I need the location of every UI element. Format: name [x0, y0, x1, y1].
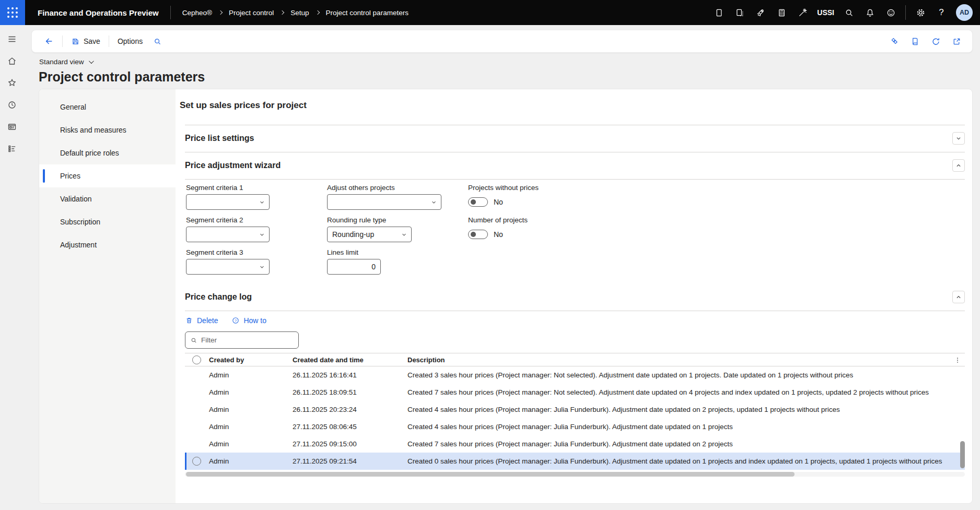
- row-radio[interactable]: [192, 457, 201, 466]
- breadcrumb-item[interactable]: Cepheo®: [182, 9, 212, 17]
- home-icon[interactable]: [0, 50, 24, 72]
- chevron-down-icon: [259, 199, 265, 206]
- table-row[interactable]: Admin 26.11.2025 20:23:24 Created 4 sale…: [185, 401, 965, 418]
- modules-list-icon[interactable]: [0, 138, 24, 160]
- guide-icon[interactable]: [885, 33, 902, 49]
- save-label: Save: [84, 37, 100, 45]
- filter-search-icon: [190, 337, 197, 344]
- chevron-down-icon: [955, 135, 962, 142]
- calculator-icon[interactable]: [771, 0, 792, 25]
- app-title[interactable]: Finance and Operations Preview: [38, 8, 159, 17]
- breadcrumb-item[interactable]: Setup: [290, 9, 309, 17]
- chevron-down-icon: [259, 231, 265, 238]
- app-launcher-button[interactable]: [0, 0, 25, 25]
- save-button[interactable]: Save: [66, 33, 106, 49]
- section-title: Price change log: [185, 292, 252, 302]
- collapse-section-button[interactable]: [952, 159, 965, 172]
- open-in-new-window-icon[interactable]: [948, 33, 965, 49]
- menu-item[interactable]: Validation: [39, 187, 176, 210]
- segment-criteria-1-dropdown[interactable]: [186, 194, 270, 210]
- menu-item[interactable]: Default price roles: [39, 141, 176, 164]
- chevron-right-icon: [315, 10, 319, 15]
- menu-item[interactable]: Adjustment: [39, 233, 176, 256]
- chevron-down-icon: [430, 199, 437, 206]
- refresh-icon[interactable]: [927, 33, 944, 49]
- cell-description: Created 7 sales hour prices (Project man…: [407, 388, 965, 396]
- grid-header: Created by Created date and time Descrip…: [185, 353, 965, 366]
- menu-item-label: Default price roles: [60, 149, 119, 157]
- segment-criteria-2-dropdown[interactable]: [186, 227, 270, 242]
- how-to-label: How to: [243, 316, 266, 325]
- search-icon[interactable]: [838, 0, 859, 25]
- collapse-section-button[interactable]: [952, 291, 965, 303]
- breadcrumb-item[interactable]: Project control parameters: [326, 9, 409, 17]
- task-recorder-book-icon[interactable]: [906, 33, 923, 49]
- delete-button[interactable]: Delete: [185, 316, 218, 325]
- column-header-created-date[interactable]: Created date and time: [293, 356, 407, 364]
- cell-created-by: Admin: [209, 406, 293, 413]
- adjust-others-projects-dropdown[interactable]: [327, 194, 441, 210]
- settings-gear-icon[interactable]: [910, 0, 931, 25]
- cell-created-by: Admin: [209, 371, 293, 379]
- column-options-icon[interactable]: [952, 355, 963, 365]
- menu-item[interactable]: Risks and measures: [39, 118, 176, 141]
- menu-item-label: Validation: [60, 195, 91, 203]
- column-header-created-by[interactable]: Created by: [209, 356, 293, 364]
- filter-input[interactable]: [201, 336, 294, 344]
- action-pane: Save Options: [31, 30, 973, 53]
- menu-item[interactable]: Prices: [39, 164, 176, 187]
- table-row[interactable]: Admin 27.11.2025 09:21:54 Created 0 sale…: [185, 453, 965, 470]
- chevron-right-icon: [280, 10, 284, 15]
- projects-without-prices-toggle[interactable]: [468, 197, 488, 207]
- cell-created-by: Admin: [209, 457, 293, 465]
- wizard-form: Segment criteria 1 Segment criteria 2 Se…: [185, 180, 965, 284]
- price-change-log-grid: Created by Created date and time Descrip…: [185, 353, 965, 477]
- chevron-up-icon: [955, 162, 962, 169]
- expand-section-button[interactable]: [952, 132, 965, 145]
- vertical-scrollbar-thumb[interactable]: [960, 441, 965, 468]
- back-button[interactable]: [39, 33, 59, 49]
- menu-item[interactable]: Subscription: [39, 210, 176, 233]
- magic-wand-icon[interactable]: [792, 0, 813, 25]
- workspaces-icon[interactable]: [0, 116, 24, 138]
- rounding-rule-type-dropdown[interactable]: Rounding-up: [327, 227, 412, 242]
- cell-description: Created 4 sales hour prices (Project man…: [407, 423, 965, 431]
- cell-description: Created 0 sales hour prices (Project man…: [407, 457, 965, 465]
- cell-created-date: 26.11.2025 20:23:24: [293, 406, 407, 413]
- feedback-smiley-icon[interactable]: [880, 0, 901, 25]
- view-selector[interactable]: Standard view: [39, 58, 92, 66]
- menu-item-label: Risks and measures: [60, 126, 126, 134]
- segment-criteria-3-dropdown[interactable]: [186, 259, 270, 275]
- monitor-icon[interactable]: [708, 0, 729, 25]
- lines-limit-input[interactable]: [327, 259, 381, 275]
- options-button[interactable]: Options: [112, 33, 148, 49]
- avatar[interactable]: AD: [956, 4, 973, 21]
- rocket-icon[interactable]: [750, 0, 771, 25]
- favorites-star-icon[interactable]: [0, 72, 24, 94]
- number-of-projects-toggle[interactable]: [468, 230, 488, 239]
- table-row[interactable]: Admin 27.11.2025 08:06:45 Created 4 sale…: [185, 418, 965, 435]
- toggle-knob: [471, 199, 476, 205]
- menu-item[interactable]: General: [39, 96, 176, 118]
- toggle-value: No: [494, 230, 503, 239]
- cell-created-date: 27.11.2025 09:15:00: [293, 440, 407, 448]
- environment-label[interactable]: USSI: [817, 8, 834, 17]
- menu-hamburger-icon[interactable]: [0, 28, 24, 50]
- device-sync-icon[interactable]: [729, 0, 750, 25]
- help-icon[interactable]: ?: [931, 0, 952, 25]
- table-row[interactable]: Admin 26.11.2025 18:09:51 Created 7 sale…: [185, 384, 965, 401]
- horizontal-scrollbar: [185, 472, 965, 477]
- column-header-description[interactable]: Description: [407, 356, 965, 364]
- table-row[interactable]: Admin 26.11.2025 16:16:41 Created 3 sale…: [185, 366, 965, 384]
- recent-clock-icon[interactable]: [0, 94, 24, 116]
- notifications-bell-icon[interactable]: [859, 0, 880, 25]
- how-to-button[interactable]: ? How to: [231, 316, 266, 325]
- horizontal-scrollbar-thumb[interactable]: [186, 472, 795, 477]
- toolbar-search-button[interactable]: [148, 33, 167, 49]
- delete-label: Delete: [197, 316, 218, 325]
- select-all-radio[interactable]: [192, 355, 201, 364]
- breadcrumb-item[interactable]: Project control: [229, 9, 274, 17]
- table-row[interactable]: Admin 27.11.2025 09:15:00 Created 7 sale…: [185, 435, 965, 453]
- save-floppy-icon: [71, 37, 80, 46]
- cell-created-date: 27.11.2025 08:06:45: [293, 423, 407, 431]
